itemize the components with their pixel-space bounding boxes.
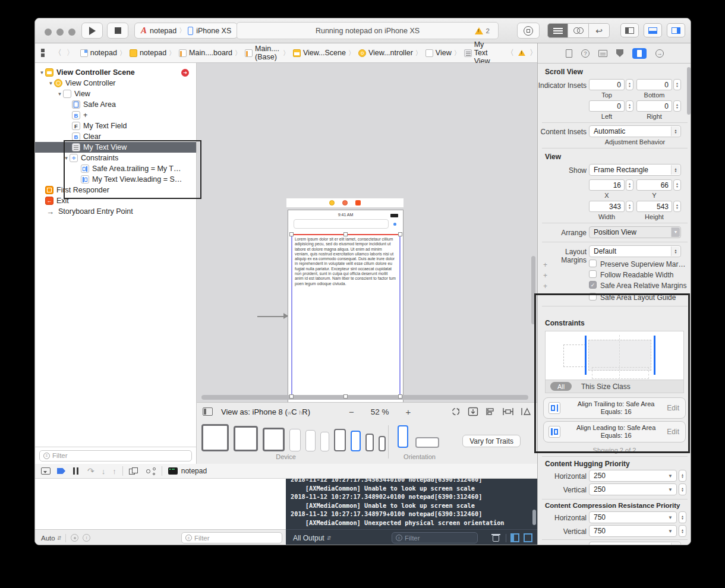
device-iphone-8-plus[interactable] [334,429,346,451]
compression-horizontal-combo[interactable]: 750▼ [589,511,677,523]
device-ipad-medium[interactable] [234,426,258,451]
stepper[interactable]: ▲▼ [626,79,633,90]
outline-filter-field[interactable]: ≡Filter [39,450,192,461]
breadcrumb-scene[interactable]: View...Scene [303,49,346,57]
resize-handle[interactable] [289,394,294,399]
zoom-level[interactable]: 52 % [371,407,389,416]
close-window-icon[interactable] [45,29,52,36]
related-items-icon[interactable] [41,49,46,57]
trailing-constraint-line[interactable] [654,336,655,375]
minimize-window-icon[interactable] [56,29,64,36]
assistant-editor-button[interactable] [568,23,589,38]
device-bar-toggle-icon[interactable] [203,407,213,416]
constraint-row[interactable]: Align Trailing to: Safe AreaEquals: 16 E… [543,397,686,419]
stepper[interactable]: ▲▼ [673,100,681,112]
console-scrollbar[interactable] [532,510,536,525]
readable-width-checkbox[interactable] [589,270,597,278]
device-iphone-xs-max[interactable] [289,429,301,451]
step-out-icon[interactable]: ↑ [112,467,116,476]
issues-badge[interactable]: 2 [475,27,490,34]
stepper[interactable]: ▲▼ [626,201,633,212]
stepper[interactable]: ▲▼ [679,483,686,495]
info-icon[interactable]: i [83,534,90,542]
version-editor-button[interactable]: ↩ [589,23,610,38]
stepper[interactable]: ▲▼ [679,511,686,523]
stepper[interactable]: ▲▼ [673,201,681,212]
console-filter-field[interactable]: ≡Filter [392,532,478,543]
update-frames-icon[interactable] [450,407,461,416]
outline-row[interactable]: First Responder [35,185,196,195]
next-issue-button[interactable]: 〉 [529,48,537,58]
breadcrumb-storyboard[interactable]: Main....board [189,49,232,57]
outline-row[interactable]: ←Exit [35,195,196,206]
breadcrumb-group[interactable]: notepad [140,49,166,57]
attributes-inspector-tab[interactable] [616,49,623,57]
view-controller-dock-icon[interactable] [329,200,335,206]
breadcrumb-view[interactable]: View [436,49,452,57]
view-as-label[interactable]: View as: iPhone 8 (wC hR) [221,407,310,416]
pause-icon[interactable] [73,467,78,475]
edit-constraint-button[interactable]: Edit [667,404,679,412]
connections-inspector-tab[interactable]: → [655,49,664,58]
stepper[interactable]: ▲▼ [626,179,633,191]
arrange-popup[interactable]: Position View▼ [589,226,681,238]
quicklook-icon[interactable] [71,534,78,542]
stepper[interactable]: ▲▼ [679,525,686,537]
outline-row[interactable]: My Text View.leading = S… [35,174,196,185]
breadcrumb-view-controller[interactable]: View...ntroller [368,49,413,57]
orientation-portrait-selected[interactable] [398,425,408,448]
intrinsic-size-popup[interactable]: Default (System Define…▲▼ [589,542,681,545]
library-button[interactable] [517,23,540,39]
stop-button[interactable] [107,23,128,39]
back-button[interactable]: 〈 [54,48,62,58]
toggle-variables-pane-icon[interactable] [510,533,519,542]
resize-handle[interactable] [343,394,348,399]
outline-row[interactable]: B+ [35,110,196,121]
compression-vertical-combo[interactable]: 750▼ [589,525,677,537]
activity-viewer[interactable]: Running notepad on iPhone XS 2 [237,22,499,39]
constraints-preview[interactable]: All This Size Class [545,331,684,393]
inset-bottom-field[interactable]: 0 [636,79,672,90]
inspector-scrollbar[interactable] [687,67,691,115]
process-name[interactable]: notepad [181,467,207,475]
outline-row[interactable]: Safe Area.trailing = My T… [35,163,196,174]
breakpoints-toggle-icon[interactable] [57,468,65,474]
device-ipad-large[interactable] [201,424,229,451]
console-output[interactable]: 2018-11-12 10:27:17.345634+0100 notepad[… [286,479,537,529]
hide-debug-area-icon[interactable] [41,467,51,475]
outline-row[interactable]: Safe Area [35,99,196,110]
constraint-row[interactable]: Align Leading to: Safe AreaEquals: 16 Ed… [543,421,686,442]
identity-inspector-tab[interactable] [598,50,607,57]
outline-row[interactable]: ▼Constraints [35,153,196,163]
text-field-preview[interactable] [294,219,389,229]
variables-scope-select[interactable]: Auto [41,535,55,542]
resize-handle[interactable] [398,232,402,236]
preserve-superview-checkbox[interactable] [589,260,597,267]
toggle-navigator-button[interactable] [620,23,639,37]
vary-for-traits-button[interactable]: Vary for Traits [462,435,521,447]
forward-button[interactable]: 〉 [67,48,74,58]
height-field[interactable]: 543 [636,201,672,212]
resize-handle[interactable] [343,232,348,236]
zoom-window-icon[interactable] [68,29,75,36]
hugging-horizontal-combo[interactable]: 250▼ [589,470,677,482]
outline-row[interactable]: BClear [35,131,196,142]
safe-area-margins-checkbox[interactable]: ✓ [589,281,597,289]
inset-top-field[interactable]: 0 [589,79,625,90]
toggle-console-pane-icon[interactable] [524,533,532,542]
breadcrumb-text-view[interactable]: My Text View [474,40,498,65]
stepper[interactable]: ▲▼ [626,100,633,112]
size-inspector-tab-selected[interactable] [632,48,647,59]
content-insets-popup[interactable]: Automatic▲▼ [589,125,681,137]
device-ipad[interactable] [263,428,285,451]
quick-help-tab[interactable]: ? [581,49,590,58]
inset-right-field[interactable]: 0 [636,100,672,112]
outline-row-selected[interactable]: My Text View [35,142,196,153]
clear-console-icon[interactable] [493,534,499,542]
device-iphone-x[interactable] [320,432,329,451]
resolve-issues-icon[interactable] [521,407,531,416]
embed-icon[interactable] [468,407,478,416]
horizontal-scrollbar[interactable] [201,395,528,400]
storyboard-canvas[interactable]: 9:41 AM Lorem ipsum dolor sit er elit la… [197,63,537,402]
all-size-class-button[interactable]: All [550,382,572,391]
